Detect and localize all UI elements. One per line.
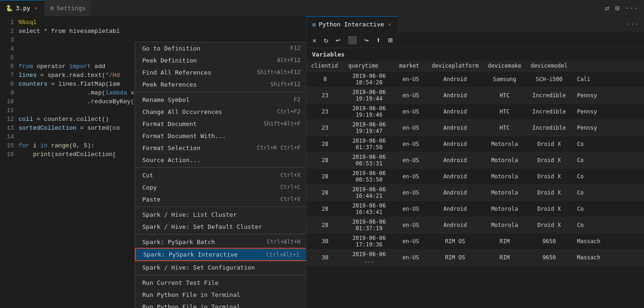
variables-table: clientid querytime market deviceplatform… (306, 61, 644, 266)
undo-icon[interactable]: ↩ (333, 34, 343, 46)
menu-change-all-occurrences[interactable]: Change All Occurrences Ctrl+F2 (135, 106, 306, 118)
settings-icon: ⚙ (50, 5, 54, 12)
python-file-icon: 🐍 (6, 5, 13, 12)
menu-separator-2 (135, 167, 306, 168)
split-editor-icon[interactable]: ⇄ (603, 3, 612, 13)
menu-copy[interactable]: Copy Ctrl+C (135, 181, 306, 193)
table-row: 28 2019-06-0600:53:50 en-US Android Moto… (306, 169, 644, 185)
menu-format-document-with[interactable]: Format Document With... (135, 130, 306, 142)
python-interactive-tab[interactable]: ≡ Python Interactive ✕ (306, 16, 398, 32)
table-row: 28 2019-06-0600:53:31 en-US Android Moto… (306, 152, 644, 169)
menu-run-python-file-terminal-2[interactable]: Run Python File in Terminal (135, 301, 306, 308)
menu-find-all-references[interactable]: Find All References Shift+Alt+F12 (135, 66, 306, 78)
table-row: 28 2019-06-0601:37:19 en-US Android Moto… (306, 217, 644, 233)
menu-paste[interactable]: Paste Ctrl+V (135, 193, 306, 205)
grid-icon[interactable]: ⊞ (386, 34, 395, 46)
menu-peek-references[interactable]: Peek References Shift+F12 (135, 78, 306, 90)
main-area: 1 %%sql 2 select * from hivesampletabl 3… (0, 16, 644, 308)
table-row: 28 2019-06-0616:43:41 en-US Android Moto… (306, 201, 644, 217)
table-row: 28 2019-06-0616:44:21 en-US Android Moto… (306, 185, 644, 201)
interactive-toolbar: ✕ ↻ ↩ ⬛ ↪ ⬆ ⊞ (306, 32, 644, 48)
tab-settings-label: Settings (57, 5, 86, 12)
tab-actions: ⇄ ⊞ ··· (599, 3, 644, 13)
col-header-deviceplatform: deviceplatform (427, 61, 483, 71)
python-interactive-icon: ≡ (312, 21, 316, 28)
redo-icon[interactable]: ↪ (362, 34, 371, 46)
menu-source-action[interactable]: Source Action... (135, 154, 306, 166)
table-row: 28 2019-06-0601:37:50 en-US Android Moto… (306, 136, 644, 152)
table-row: 23 2019-06-0619:19:44 en-US Android HTC … (306, 88, 644, 104)
code-line-2: 2 select * from hivesampletabl (0, 27, 306, 36)
right-tab-bar: ≡ Python Interactive ✕ ··· (306, 16, 644, 32)
col-header-extra (572, 61, 644, 71)
menu-cut[interactable]: Cut Ctrl+X (135, 169, 306, 181)
menu-separator-3 (135, 207, 306, 207)
python-interactive-tab-label: Python Interactive (319, 21, 384, 28)
menu-spark-list-cluster[interactable]: Spark / Hive: List Cluster (135, 208, 306, 220)
variables-heading: Variables (306, 48, 644, 61)
table-body: 8 2019-06-0618:54:20 en-US Android Samsu… (306, 71, 644, 266)
export-icon[interactable]: ⬆ (374, 34, 383, 46)
menu-goto-definition[interactable]: Go to Definition F12 (135, 42, 306, 54)
menu-separator-4 (135, 234, 306, 234)
right-tab-actions: ··· (621, 19, 644, 29)
layout-icon[interactable]: ⊞ (613, 3, 621, 13)
more-actions-icon[interactable]: ··· (623, 3, 640, 13)
menu-separator-5 (135, 275, 306, 275)
menu-spark-set-default-cluster[interactable]: Spark / Hive: Set Default Cluster (135, 220, 306, 233)
context-menu: Go to Definition F12 Peek Definition Alt… (134, 42, 306, 308)
menu-format-document[interactable]: Format Document Shift+Alt+F (135, 118, 306, 130)
tab-3py-close[interactable]: ✕ (33, 5, 38, 11)
tab-3py-label: 3.py (16, 5, 30, 12)
col-header-querytime: querytime (344, 61, 395, 71)
variables-panel: Variables clientid querytime market devi… (306, 48, 644, 308)
tab-3py[interactable]: 🐍 3.py ✕ (0, 0, 45, 16)
close-toolbar-icon[interactable]: ✕ (310, 35, 319, 45)
python-interactive-tab-close[interactable]: ✕ (387, 21, 392, 27)
more-options-icon[interactable]: ··· (625, 19, 640, 29)
tab-bar: 🐍 3.py ✕ ⚙ Settings ⇄ ⊞ ··· (0, 0, 644, 16)
menu-rename-symbol[interactable]: Rename Symbol F2 (135, 94, 306, 106)
col-header-clientid: clientid (306, 61, 344, 71)
table-row: 23 2019-06-0619:19:47 en-US Android HTC … (306, 120, 644, 136)
menu-run-python-file-terminal-1[interactable]: Run Python File in Terminal (135, 289, 306, 301)
table-row: 30 2019-06-06... en-US RIM OS RIM 9650 M… (306, 250, 644, 266)
table-row: 8 2019-06-0618:54:20 en-US Android Samsu… (306, 71, 644, 88)
menu-run-current-test-file[interactable]: Run Current Test File (135, 277, 306, 289)
col-header-market: market (395, 61, 427, 71)
menu-spark-pyspark-batch[interactable]: Spark: PySpark Batch Ctrl+Alt+H (135, 236, 306, 248)
editor-panel: 1 %%sql 2 select * from hivesampletabl 3… (0, 16, 306, 308)
menu-spark-set-configuration[interactable]: Spark / Hive: Set Configuration (135, 261, 306, 273)
restart-icon[interactable]: ↻ (321, 34, 331, 46)
menu-spark-pyspark-interactive[interactable]: Spark: PySpark Interactive Ctrl+Alt+I (135, 248, 306, 261)
code-line-1: 1 %%sql (0, 18, 306, 27)
right-panel: ≡ Python Interactive ✕ ··· ✕ ↻ ↩ ⬛ ↪ ⬆ ⊞… (306, 16, 644, 308)
table-row: 30 2019-06-0617:19:36 en-US RIM OS RIM 9… (306, 233, 644, 250)
menu-peek-definition[interactable]: Peek Definition Alt+F12 (135, 54, 306, 66)
tab-settings[interactable]: ⚙ Settings (45, 0, 91, 16)
menu-separator-1 (135, 92, 306, 92)
menu-format-selection[interactable]: Format Selection Ctrl+K Ctrl+F (135, 142, 306, 154)
col-header-devicemodel: devicemodel (526, 61, 572, 71)
table-row: 23 2019-06-0619:19:46 en-US Android HTC … (306, 104, 644, 120)
stop-icon[interactable]: ⬛ (345, 34, 359, 46)
col-header-devicemake: devicemake (483, 61, 526, 71)
table-header: clientid querytime market deviceplatform… (306, 61, 644, 71)
